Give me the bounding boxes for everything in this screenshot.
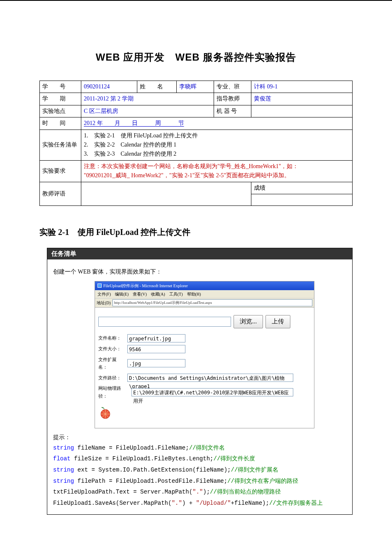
hint-label: 提示： [53, 433, 348, 443]
keyword: string [53, 478, 74, 484]
value-advisor: 黄俊莲 [251, 93, 353, 105]
comment: //得到当前站点的物理路径 [210, 489, 281, 495]
label-machine: 机 器 号 [214, 105, 251, 117]
label-sitepath: 网站物理路径： [98, 384, 127, 400]
value-filepath[interactable]: D:\Documents and Settings\Administrator\… [127, 374, 293, 382]
label-grade: 成绩 [251, 182, 353, 194]
value-teacher-comment [81, 182, 251, 205]
string-literal: "/Upload/" [196, 500, 231, 506]
document-title: WEB 应用开发 WEB 服务器控件实验报告 [39, 51, 353, 64]
keyword: string [53, 467, 74, 473]
upload-button[interactable]: 上传 [265, 315, 290, 328]
value-machine [251, 105, 353, 117]
string-literal: "." [172, 500, 182, 506]
keyword: float [53, 455, 71, 462]
label-filename: 文件名称： [98, 334, 123, 342]
label-location: 实验地点 [40, 105, 81, 117]
value-ext[interactable]: .jpg [127, 359, 185, 367]
code-text: fileName = FileUpload1.FileName; [74, 445, 189, 451]
value-filename[interactable]: grapefruit.jpg [127, 334, 185, 342]
address-label: 地址(D) [97, 299, 111, 306]
code-text: ext = System.IO.Path.GetExtension(fileNa… [74, 467, 231, 473]
task-box-header: 任务清单 [47, 248, 352, 259]
code-text: txtFileUploadPath.Text = Server.MapPath( [53, 489, 192, 495]
value-filesize[interactable]: 9546 [127, 345, 185, 353]
comment: //文件存到服务器上 [269, 500, 323, 506]
browser-menu: 文件(F) 编辑(E) 查看(V) 收藏(A) 工具(T) 帮助(H) [95, 290, 314, 298]
browse-button[interactable]: 浏览... [234, 315, 263, 328]
comment: //得到文件在客户端的路径 [227, 478, 298, 484]
info-table: 学 号 090201124 姓 名 李晓晖 专业、班 计科 09-1 学 期 2… [39, 81, 353, 206]
task-intro: 创建一个 WEB 窗体，实现界面效果如下： [53, 267, 348, 277]
ie-icon [97, 284, 102, 288]
label-advisor: 指导教师 [214, 93, 251, 105]
comment: //得到文件扩展名 [231, 467, 278, 473]
label-term: 学 期 [40, 93, 81, 105]
code-text: +fileName); [231, 500, 269, 506]
label-filesize: 文件大小： [98, 345, 123, 353]
keyword: string [53, 445, 74, 451]
value-term: 2011-2012 第 2 学期 [81, 93, 214, 105]
value-task-list: 1. 实验 2-1 使用 FileUpLoad 控件上传文件 2. 实验 2-2… [81, 130, 353, 160]
code-text: FileUpload1.SaveAs(Server.MapPath( [53, 500, 172, 506]
task-box: 任务清单 创建一个 WEB 窗体，实现界面效果如下： FileUpload控件示… [47, 248, 353, 515]
label-teacher-comment: 教师评语 [40, 182, 81, 205]
address-url: http://localhost/WebApp1/FileUpLoad示例/Fi… [112, 299, 312, 306]
browser-screenshot: FileUpload控件示例 - Microsoft Internet Expl… [95, 281, 314, 428]
comment: //得到文件长度 [213, 455, 255, 462]
code-text: ); [203, 489, 210, 495]
label-student-id: 学 号 [40, 81, 81, 93]
value-student-id: 090201124 [81, 81, 137, 93]
label-task-list: 实验任务清单 [40, 130, 81, 160]
grapefruit-icon [98, 406, 112, 420]
label-time: 时 间 [40, 117, 81, 130]
code-block: string fileName = FileUpload1.FileName;/… [53, 443, 348, 509]
comment: //得到文件名 [189, 445, 225, 451]
browser-titlebar: FileUpload控件示例 - Microsoft Internet Expl… [95, 281, 314, 290]
value-time: 2012 年 月 日 周 节 [81, 117, 353, 130]
task-item: 3. 实验 2-3 Calendar 控件的使用 2 [84, 149, 350, 159]
section-heading: 实验 2-1 使用 FileUpLoad 控件上传文件 [39, 227, 353, 238]
code-text: ) + [182, 500, 196, 506]
value-sitepath[interactable]: E:\2009主讲课程\C#.net\2009-2010第2学期WEB应用开发\… [131, 388, 293, 396]
label-filepath: 文件路径： [98, 374, 123, 382]
requirement-line: "090201201_威琦_ HomeWork2"，"实验 2-1"至"实验 2… [84, 171, 350, 180]
browser-title-text: FileUpload控件示例 - Microsoft Internet Expl… [103, 282, 188, 289]
value-name: 李晓晖 [177, 81, 214, 93]
label-ext: 文件扩展名： [98, 356, 123, 371]
value-location: C 区二层机房 [81, 105, 214, 117]
value-major: 计科 09-1 [251, 81, 353, 93]
label-name: 姓 名 [137, 81, 177, 93]
value-grade [251, 194, 353, 205]
task-item: 1. 实验 2-1 使用 FileUpLoad 控件上传文件 [84, 131, 350, 140]
file-input[interactable] [98, 317, 231, 327]
browser-addressbar: 地址(D) http://localhost/WebApp1/FileUpLoa… [95, 298, 314, 308]
string-literal: "." [192, 489, 203, 495]
requirement-line: 注意：本次实验要求创建一个网站，名称命名规则为"学号_姓名_HomeWork1"… [84, 162, 350, 171]
value-requirement: 注意：本次实验要求创建一个网站，名称命名规则为"学号_姓名_HomeWork1"… [81, 160, 353, 182]
code-text: filePath = FileUpload1.PostedFile.FileNa… [74, 478, 227, 484]
task-item: 2. 实验 2-2 Calendar 控件的使用 1 [84, 140, 350, 149]
label-requirement: 实验要求 [40, 160, 81, 182]
code-text: fileSize = FileUpload1.FileBytes.Length; [71, 455, 213, 462]
label-major: 专业、班 [214, 81, 251, 93]
